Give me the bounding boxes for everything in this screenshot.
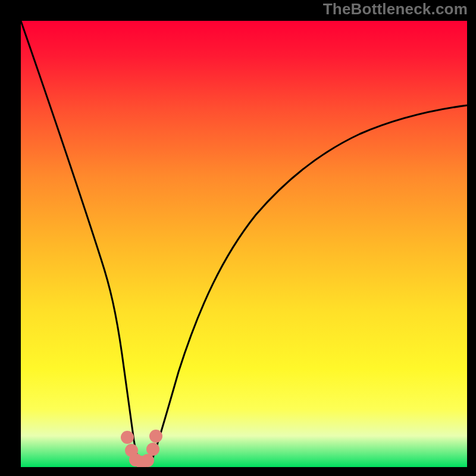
svg-point-5	[146, 443, 159, 456]
svg-point-6	[149, 430, 162, 443]
bottleneck-curve	[21, 21, 467, 465]
svg-point-0	[121, 431, 134, 444]
highlight-dots	[121, 430, 162, 467]
svg-point-4	[141, 454, 154, 467]
plot-area	[21, 21, 467, 467]
chart-frame: TheBottleneck.com	[0, 0, 476, 476]
curve-layer	[21, 21, 467, 467]
watermark-text: TheBottleneck.com	[323, 0, 468, 18]
